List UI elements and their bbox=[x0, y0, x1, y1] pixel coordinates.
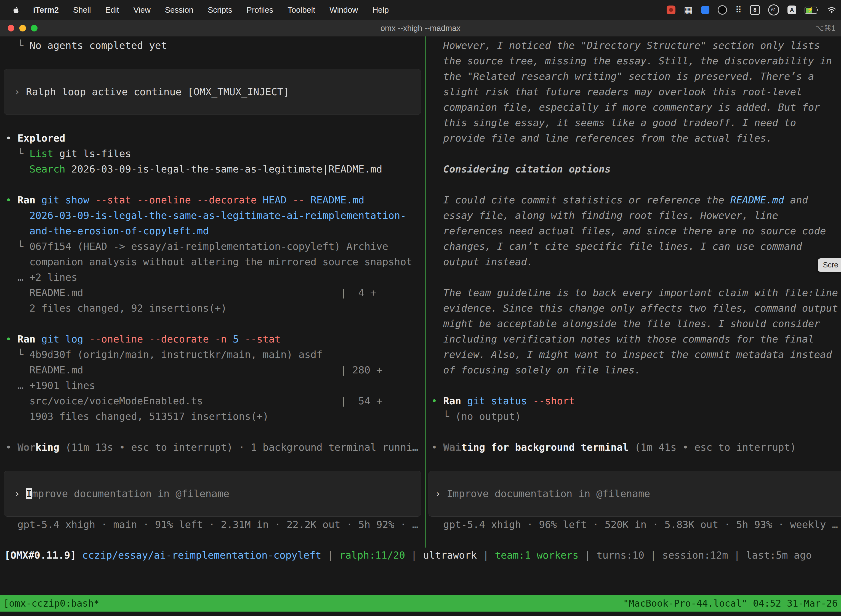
terminal-line: • Ran git show --stat --oneline --decora… bbox=[0, 192, 425, 208]
text-segment: | bbox=[579, 550, 596, 561]
text-segment: … +1901 lines bbox=[6, 380, 95, 391]
text-segment: README.md bbox=[730, 194, 784, 205]
menu-item-edit[interactable]: Edit bbox=[105, 6, 119, 15]
text-segment: └ bbox=[6, 148, 29, 159]
text-segment: └ bbox=[6, 40, 29, 51]
terminal-line: and-the-erosion-of-copyleft.md bbox=[0, 223, 425, 239]
tmux-host-clock: "MacBook-Pro-44.local" 04:52 31-Mar-26 bbox=[623, 598, 838, 609]
screen-recording-indicator[interactable] bbox=[667, 6, 675, 14]
text-segment: | bbox=[321, 550, 339, 561]
window-grid-icon[interactable]: ▦ bbox=[684, 4, 693, 15]
text-segment: last:5m ago bbox=[746, 550, 812, 561]
terminal-line: └ List git ls-files bbox=[0, 146, 425, 161]
menu-item-window[interactable]: Window bbox=[330, 6, 358, 15]
dark-app-icon[interactable] bbox=[718, 5, 727, 15]
menu-item-iterm2[interactable]: iTerm2 bbox=[33, 6, 59, 15]
battery-percent-badge[interactable]: 61 bbox=[768, 4, 779, 15]
text-segment: 067f154 (HEAD -> essay/ai-reimplementati… bbox=[29, 241, 388, 252]
terminal-line-blank bbox=[0, 455, 425, 471]
screen: iTerm2ShellEditViewSessionScriptsProfile… bbox=[0, 0, 841, 616]
window-hotkey: ⌥⌘1 bbox=[815, 20, 835, 37]
text-segment: --stat --oneline --decorate bbox=[95, 194, 263, 205]
text-segment: companion file, especially if more comme… bbox=[431, 101, 820, 113]
text-segment: ultrawork bbox=[423, 550, 477, 561]
text-segment: of focusing solely on file lines. bbox=[431, 364, 641, 375]
text-segment: | bbox=[644, 550, 662, 561]
text-segment: and bbox=[784, 194, 808, 205]
text-segment: team:1 workers bbox=[495, 550, 578, 561]
text-segment: 4b9d30f (origin/main, instructkr/main, m… bbox=[29, 349, 322, 360]
terminal-line: the "Related research writing" section i… bbox=[427, 69, 841, 84]
agent-pane-right[interactable]: However, I noticed the "Directory Struct… bbox=[427, 37, 841, 547]
text-segment: gpt-5.4 xhigh · 96% left · 520K in · 5.8… bbox=[431, 519, 838, 530]
text-segment: Ran bbox=[443, 395, 461, 406]
text-segment: src/voice/voiceModeEnabled.ts | 54 + bbox=[6, 395, 382, 406]
text-segment: the "Related research writing" section i… bbox=[431, 70, 814, 82]
text-segment: slight risk that future readers may over… bbox=[431, 86, 802, 97]
menu-item-session[interactable]: Session bbox=[165, 6, 193, 15]
text-segment: › bbox=[435, 488, 447, 499]
text-segment: 5 bbox=[233, 333, 245, 345]
tmux-panes: └ No agents completed yet› Ralph loop ac… bbox=[0, 37, 841, 547]
text-segment: session:12m bbox=[662, 550, 728, 561]
text-segment: Improve documentation in @filename bbox=[447, 488, 650, 499]
text-segment: review. Also, I might want to inspect th… bbox=[431, 349, 832, 360]
input-source-icon[interactable]: A bbox=[787, 6, 796, 14]
text-segment: README.md bbox=[311, 194, 364, 205]
text-segment: Search bbox=[29, 163, 65, 175]
terminal-line: output instead. bbox=[427, 254, 841, 270]
text-segment: No agents completed yet bbox=[29, 40, 167, 51]
menu-item-help[interactable]: Help bbox=[372, 6, 389, 15]
model-status-line: gpt-5.4 xhigh · 96% left · 520K in · 5.8… bbox=[427, 517, 841, 532]
text-segment: Wor bbox=[18, 441, 35, 453]
menu-item-view[interactable]: View bbox=[133, 6, 150, 15]
menu-item-shell[interactable]: Shell bbox=[73, 6, 91, 15]
terminal-line: the source tree, missing the essay. Stil… bbox=[427, 53, 841, 69]
screen-overlay-button[interactable]: Scre bbox=[818, 258, 841, 272]
terminal-line: might be acceptable alongside the file l… bbox=[427, 316, 841, 331]
dots-grid-icon[interactable]: ⠿ bbox=[736, 5, 742, 15]
waiting-status-line: • Waiting for background terminal (1m 41… bbox=[427, 440, 841, 455]
apple-menu-icon[interactable] bbox=[12, 4, 22, 15]
prompt-input[interactable]: › Improve documentation in @filename bbox=[428, 471, 841, 517]
text-segment: ralph:11/20 bbox=[339, 550, 405, 561]
battery-tip bbox=[817, 9, 818, 11]
terminal-line-blank bbox=[427, 424, 841, 440]
terminal-line-blank bbox=[0, 53, 425, 69]
text-segment: (11m 13s • esc to interrupt) · 1 backgro… bbox=[59, 441, 418, 453]
text-segment: | bbox=[728, 550, 746, 561]
terminal-line: including verification notes with those … bbox=[427, 331, 841, 347]
text-segment: 2026-03-09-is-legal-the-same-as-legitima… bbox=[65, 163, 382, 175]
terminal-line: README.md | 280 + bbox=[0, 362, 425, 378]
battery-percent-value: 61 bbox=[771, 7, 776, 12]
ralph-loop-message: › Ralph loop active continue [OMX_TMUX_I… bbox=[4, 69, 421, 115]
agent-pane-left[interactable]: └ No agents completed yet› Ralph loop ac… bbox=[0, 37, 425, 547]
text-segment bbox=[76, 550, 82, 561]
text-segment: I could cite commit statistics or refere… bbox=[431, 194, 730, 205]
terminal-line: companion analysis without altering the … bbox=[0, 254, 425, 270]
terminal-line: └ (no output) bbox=[427, 409, 841, 424]
text-segment: references need actual files, and since … bbox=[431, 225, 826, 236]
menu-item-profiles[interactable]: Profiles bbox=[247, 6, 273, 15]
menu-items: iTerm2ShellEditViewSessionScriptsProfile… bbox=[23, 6, 389, 15]
blue-app-icon[interactable] bbox=[701, 6, 709, 14]
prompt-input[interactable]: › Improve documentation in @filename bbox=[4, 471, 421, 517]
menu-item-toolbelt[interactable]: Toolbelt bbox=[287, 6, 315, 15]
box-line: › Improve documentation in @filename bbox=[4, 486, 229, 502]
menu-status-icons: ▦ ⠿ 8 61 A ⚡ bbox=[667, 4, 841, 15]
pane-divider[interactable] bbox=[425, 37, 426, 547]
battery-icon[interactable]: ⚡ bbox=[804, 6, 819, 13]
text-segment: README.md | 4 + bbox=[6, 287, 377, 298]
terminal-line-blank bbox=[0, 316, 425, 331]
menu-item-scripts[interactable]: Scripts bbox=[208, 6, 232, 15]
keypad-icon[interactable]: 8 bbox=[750, 5, 760, 15]
text-segment: List bbox=[29, 148, 54, 159]
terminal-line: src/voice/voiceModeEnabled.ts | 54 + bbox=[0, 393, 425, 409]
text-segment: ting for background terminal bbox=[461, 441, 629, 453]
terminal-line: • Ran git status --short bbox=[427, 393, 841, 409]
text-segment: 2026-03-09-is-legal-the-same-as-legitima… bbox=[6, 210, 406, 221]
wifi-icon[interactable] bbox=[827, 7, 836, 13]
text-segment: including verification notes with those … bbox=[431, 333, 814, 345]
text-segment: gpt-5.4 xhigh · main · 91% left · 2.31M … bbox=[6, 519, 418, 530]
terminal-line-blank bbox=[0, 115, 425, 131]
